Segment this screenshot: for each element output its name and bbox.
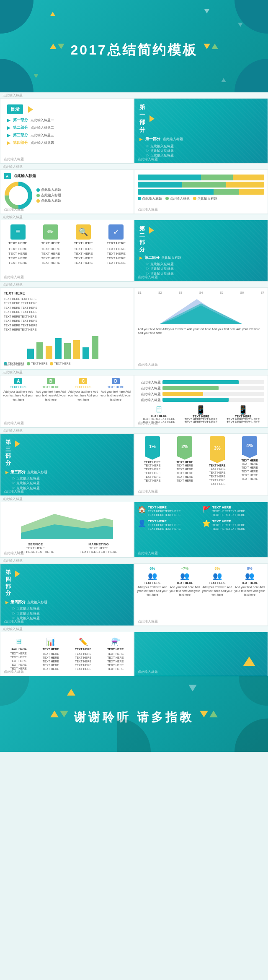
toc-num-2: ▶: [7, 125, 10, 130]
divider-9: 点此输入标题: [0, 626, 268, 632]
final-icon-4: ⚗️ TEXT HERE TEXT HERETEXT HERETEXT HERE…: [100, 635, 131, 673]
deco-tri-2: [204, 8, 209, 15]
s2-label: 第二部分: [139, 225, 145, 254]
row-cards-hbars: A TEXT HERE Add your text here Add your …: [0, 375, 268, 427]
final-icon-panel: 🖥 TEXT HERE TEXT HERETEXT HERETEXT HERET…: [0, 632, 134, 676]
mountain-click-label: 点此输入标题: [138, 362, 158, 367]
people-icon-1: 👥: [148, 571, 157, 581]
deco-tri-3: [238, 21, 243, 29]
toc-num-1: ▶: [7, 118, 10, 122]
badge-2: 2% TEXT HERE TEXT HERETEXT HERETEXT HERE…: [170, 436, 201, 486]
title-right-tri-2: [211, 44, 218, 49]
thankyou-corner-tr2: [239, 676, 268, 706]
section2-intro: 第二部分 ▶ 第二部分 点此输入标题 ▷ 点此输入副标题 ▷ 点此输入副标题 ▷…: [134, 220, 268, 281]
monitor-icon: 🖥: [142, 405, 175, 414]
final-icon-click-label: 点此输入标题: [4, 670, 24, 674]
hbar-panel: 点此输入标题 点此输入标题 点此输入标题 点此输入标题: [134, 169, 268, 214]
svg-rect-10: [82, 347, 89, 359]
flask-icon: ⚗️: [111, 637, 120, 646]
stacked-bar-2: [138, 182, 264, 188]
info-item-2: 🚩 TEXT HERE TEXT HERETEXT HERETEXT HERET…: [202, 506, 264, 517]
deco-tri-1: [50, 10, 55, 18]
divider-7: 点此输入标题: [0, 496, 268, 502]
prog-row-1: 点此输入标题: [138, 380, 264, 385]
s2-click-label: 点此输入标题: [138, 275, 158, 279]
icon-list-panel: 🏠 TEXT HERE TEXT HERETEXT HERETEXT HERET…: [134, 502, 268, 558]
people-icon-2: 👥: [180, 571, 189, 581]
section1-intro: 第一部分 ▶ 第一部分 点此输入标题 ▷ 点此输入副标题 ▷ 点此输入副标题 ▷…: [134, 98, 268, 164]
thankyou-tri-2: [188, 685, 197, 693]
s4-label: 第四部分: [5, 569, 11, 597]
thankyou-corner-tr: [234, 718, 268, 752]
deco-tri-5: [221, 76, 226, 84]
bar-chart-icon: 📊: [46, 637, 55, 646]
icon-click-label: 点此输入标题: [4, 275, 24, 279]
corner-tr-deco: [234, 0, 268, 34]
divider-8: 点此输入标题: [0, 558, 268, 563]
icon-cell-2: ✏ TEXT HERE TEXT HERETEXT HERETEXT HERET…: [35, 222, 66, 268]
area-click-label: 点此输入标题: [4, 551, 24, 555]
final-icon-1: 🖥 TEXT HERE TEXT HERETEXT HERETEXT HERET…: [3, 635, 34, 673]
people-icon-3: 👥: [213, 571, 222, 581]
s2-arrow: [149, 227, 154, 234]
pencil-icon: ✏: [43, 224, 58, 240]
people-panel: 6% 👥 TEXT HERE Add your text here Add yo…: [134, 563, 268, 626]
divider-3: 点此输入标题: [0, 214, 268, 220]
slide-thankyou: 谢谢聆听 请多指教: [0, 676, 268, 752]
star-icon: ⭐: [202, 519, 211, 527]
svg-rect-8: [64, 343, 71, 359]
phone-icon: 📱: [227, 405, 259, 415]
ty-right-tri-2: [209, 711, 218, 717]
thankyou-icon-row: 谢谢聆听 请多指教: [50, 703, 218, 725]
svg-rect-6: [46, 346, 52, 359]
people-3: 8% 👥 TEXT HERE Add your text here Add yo…: [202, 566, 233, 597]
corner-bl-deco: [0, 59, 34, 92]
row-col-mountain: TEXT HERE TEXT HERETEXT HERETEXT HERE TE…: [0, 287, 268, 369]
s1-label: 第一部分: [139, 104, 145, 134]
s4-arrow: [15, 571, 20, 577]
svg-rect-7: [55, 338, 62, 359]
toc-item-1: ▶ 第一部分 点此输入标题一: [7, 117, 127, 123]
title-left-tri-2: [58, 44, 64, 49]
title-icon-row: 2017总结简约模板: [50, 33, 218, 60]
s4-click-label: 点此输入标题: [4, 619, 24, 624]
pencil-icon-2: ✏️: [79, 637, 88, 646]
progress-panel: 点此输入标题 点此输入标题 点此输入标题 点此输入标题 🖥 TEXT HERE …: [134, 375, 268, 427]
prog-row-3: 点此输入标题: [138, 392, 264, 396]
info-item-3: 👤 TEXT HERE TEXT HERETEXT HERETEXT HERET…: [138, 519, 200, 531]
search-icon: 🔍: [76, 224, 91, 240]
toc-arrow: [28, 106, 33, 113]
row-icons-s2: ≡ TEXT HERE TEXT HERETEXT HERETEXT HERET…: [0, 220, 268, 281]
mountain-desc: Add your text here Add your text here Ad…: [138, 327, 264, 336]
badge-1: 1% TEXT HERE TEXT HERETEXT HERETEXT HERE…: [137, 436, 168, 486]
ty-left-tri-2: [60, 711, 68, 717]
flag-icon: 🚩: [202, 506, 211, 513]
s3-arrow: [15, 440, 20, 447]
info-click-label: 点此输入标题: [138, 551, 158, 555]
badge-3: 3% TEXT HERE TEXT HERETEXT HERETEXT HERE…: [202, 436, 233, 486]
s3-click-label: 点此输入标题: [4, 489, 24, 494]
row-toc-s1: 目录 ▶ 第一部分 点此输入标题一 ▶ 第二部分 点此输入标题二 ▶ 第三部分 …: [0, 98, 268, 164]
row-final-icons: 🖥 TEXT HERE TEXT HERETEXT HERETEXT HERET…: [0, 632, 268, 676]
col-chart-svg: [4, 334, 130, 359]
thankyou-corner-tl2: [0, 676, 29, 706]
slide-title: 2017总结简约模板: [0, 0, 268, 92]
cards-click-label: 点此输入标题: [4, 421, 24, 425]
divider-5: 点此输入标题: [0, 369, 268, 375]
col-chart-text: TEXT HERETEXT HERETEXT HERE TEXT HERETEX…: [4, 297, 130, 332]
ty-left-tri-1: [50, 711, 59, 717]
icon-cell-3: 🔍 TEXT HERE TEXT HERETEXT HERETEXT HERET…: [68, 222, 99, 268]
area-chart-svg: [4, 506, 130, 539]
stacked-bar-1: [138, 175, 264, 180]
svg-rect-5: [36, 342, 43, 359]
people-1: 6% 👥 TEXT HERE Add your text here Add yo…: [137, 566, 168, 597]
toc-num-3: ▶: [7, 133, 10, 138]
person-icon: 👤: [138, 519, 146, 527]
donut-click-label: 点此输入标题: [4, 207, 24, 212]
info-item-4: ⭐ TEXT HERE TEXT HERETEXT HERETEXT HERET…: [202, 519, 264, 531]
row-s3-badges: 第三部分 ▶ 第三部分 点此输入标题 ▷ 点此输入副标题 ▷ 点此输入副标题 ▷…: [0, 433, 268, 496]
card-c: C TEXT HERE Add your text here Add your …: [68, 378, 99, 402]
prog-click-label: 点此输入标题: [138, 421, 158, 425]
icon-cell-4: ✓ TEXT HERE TEXT HERETEXT HERETEXT HERET…: [100, 222, 132, 268]
title-left-tri-1: [50, 44, 57, 49]
